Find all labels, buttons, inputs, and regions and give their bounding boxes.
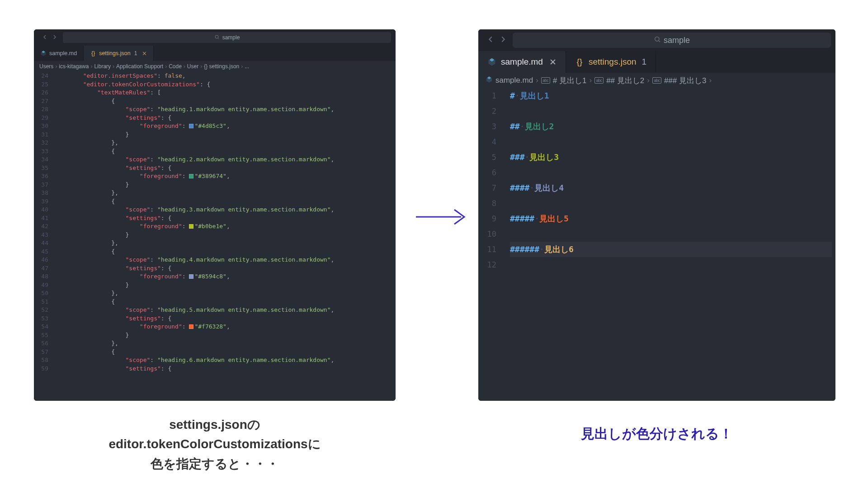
code-line[interactable]: "settings": { [55, 164, 392, 173]
crumb-segment[interactable]: Application Support [116, 63, 163, 70]
code-line[interactable]: ###·見出し3 [510, 150, 832, 165]
caption-line: settings.jsonの [34, 415, 396, 434]
code-line[interactable]: ######·見出し6 [510, 242, 832, 257]
code-line[interactable]: } [55, 281, 392, 290]
line-number: 8 [478, 196, 496, 211]
code-line[interactable] [510, 226, 832, 242]
code-line[interactable]: "scope": "heading.2.markdown entity.name… [55, 155, 392, 164]
code-editor[interactable]: 2425262728293031323334353637383940414243… [34, 72, 396, 401]
chevron-right-icon: › [55, 63, 57, 70]
command-center[interactable]: sample [513, 33, 831, 48]
breadcrumb[interactable]: sample.md › abc # 見出し1 › abc ## 見出し2 › a… [478, 73, 835, 88]
code-line[interactable]: { [55, 97, 392, 106]
code-line[interactable]: "foreground": "#4d85c3", [55, 122, 392, 131]
tab-label: settings.json [589, 57, 637, 67]
code-line[interactable]: "scope": "heading.6.markdown entity.name… [55, 356, 392, 365]
code-line[interactable]: }, [55, 339, 392, 348]
code-line[interactable]: "settings": { [55, 264, 392, 273]
markdown-preview-window: sample sample.md ✕ {} settings.json 1 sa… [478, 29, 835, 401]
svg-point-0 [215, 35, 218, 38]
code-line[interactable]: { [55, 348, 392, 357]
code-line[interactable] [510, 165, 832, 180]
code-line[interactable]: "settings": { [55, 314, 392, 323]
line-number: 28 [34, 105, 48, 114]
crumb-h3[interactable]: ### 見出し3 [664, 75, 707, 86]
line-number: 42 [34, 222, 48, 231]
code-editor[interactable]: 123456789101112 #·見出し1 ##·見出し2 ###·見出し3 … [478, 88, 835, 401]
command-center[interactable]: sample [63, 32, 391, 43]
code-line[interactable] [510, 103, 832, 119]
code-line[interactable]: "settings": { [55, 214, 392, 223]
code-line[interactable]: } [55, 331, 392, 340]
code-line[interactable]: { [55, 248, 392, 256]
tab-settings-json[interactable]: {} settings.json 1 ✕ [84, 46, 153, 61]
code-line[interactable]: }, [55, 289, 392, 298]
close-icon[interactable]: ✕ [549, 57, 557, 67]
search-text: sample [222, 34, 240, 41]
code-line[interactable]: ##·見出し2 [510, 119, 832, 134]
crumb-h1[interactable]: # 見出し1 [553, 75, 587, 86]
code-line[interactable]: }, [55, 139, 392, 147]
tab-sample-md[interactable]: sample.md ✕ [478, 51, 566, 73]
code-line[interactable] [510, 196, 832, 211]
code-line[interactable]: } [55, 181, 392, 189]
code-line[interactable]: "scope": "heading.3.markdown entity.name… [55, 206, 392, 214]
code-line[interactable]: "scope": "heading.4.markdown entity.name… [55, 256, 392, 264]
nav-back-icon[interactable] [486, 34, 495, 47]
nav-forward-icon[interactable] [51, 33, 58, 42]
code-line[interactable] [510, 134, 832, 150]
line-number: 10 [478, 226, 496, 242]
close-icon[interactable]: ✕ [142, 50, 147, 57]
code-line[interactable]: "scope": "heading.5.markdown entity.name… [55, 306, 392, 314]
code-line[interactable]: "editor.tokenColorCustomizations": { [55, 80, 392, 89]
code-line[interactable]: "textMateRules": [ [55, 89, 392, 97]
code-line[interactable]: }, [55, 189, 392, 197]
code-line[interactable]: } [55, 131, 392, 139]
chevron-right-icon: › [113, 63, 114, 70]
code-line[interactable]: "scope": "heading.1.markdown entity.name… [55, 105, 392, 114]
code-line[interactable]: { [55, 298, 392, 306]
code-line[interactable]: "editor.insertSpaces": false, [55, 72, 392, 80]
crumb-h2[interactable]: ## 見出し2 [606, 75, 644, 86]
crumb-segment[interactable]: {} settings.json [204, 63, 239, 70]
crumb-segment[interactable]: Library [94, 63, 111, 70]
crumb-segment[interactable]: ... [245, 63, 249, 70]
code-line[interactable]: { [55, 147, 392, 156]
crumb-segment[interactable]: Code [169, 63, 182, 70]
code-line[interactable]: #·見出し1 [510, 88, 832, 103]
code-line[interactable] [510, 257, 832, 272]
breadcrumb[interactable]: Users›ics-kitagawa›Library›Application S… [34, 61, 396, 72]
tab-label: sample.md [501, 57, 543, 67]
nav-back-icon[interactable] [41, 33, 48, 42]
chevron-right-icon: › [200, 63, 202, 70]
crumb-segment[interactable]: User [187, 63, 198, 70]
nav-forward-icon[interactable] [498, 34, 508, 47]
line-number: 2 [478, 103, 496, 119]
crumb-segment[interactable]: ics-kitagawa [59, 63, 89, 70]
crumb-file[interactable]: sample.md [495, 76, 533, 85]
code-line[interactable]: "foreground": "#b0be1e", [55, 222, 392, 231]
code-line[interactable]: ####·見出し4 [510, 180, 832, 196]
code-line[interactable]: "foreground": "#8594c8", [55, 272, 392, 281]
line-number: 1 [478, 88, 496, 103]
code-line[interactable]: } [55, 231, 392, 239]
tab-sample-md[interactable]: sample.md [34, 46, 84, 61]
crumb-segment[interactable]: Users [39, 63, 53, 70]
code-line[interactable]: "settings": { [55, 365, 392, 373]
line-number: 26 [34, 89, 48, 97]
code-line[interactable]: { [55, 197, 392, 206]
line-number: 57 [34, 348, 48, 357]
code-content[interactable]: "editor.insertSpaces": false, "editor.to… [55, 72, 396, 401]
code-content[interactable]: #·見出し1 ##·見出し2 ###·見出し3 ####·見出し4 #####·… [505, 88, 835, 401]
code-line[interactable]: }, [55, 239, 392, 248]
dirty-indicator: 1 [134, 50, 137, 56]
code-line[interactable]: #####·見出し5 [510, 211, 832, 226]
code-line[interactable]: "foreground": "#f76328", [55, 323, 392, 331]
search-text: sample [664, 36, 690, 45]
code-line[interactable]: "settings": { [55, 114, 392, 122]
tab-settings-json[interactable]: {} settings.json 1 [566, 51, 656, 73]
code-line[interactable]: "foreground": "#389674", [55, 172, 392, 181]
line-number: 46 [34, 256, 48, 264]
line-number: 59 [34, 365, 48, 373]
line-number: 33 [34, 147, 48, 156]
